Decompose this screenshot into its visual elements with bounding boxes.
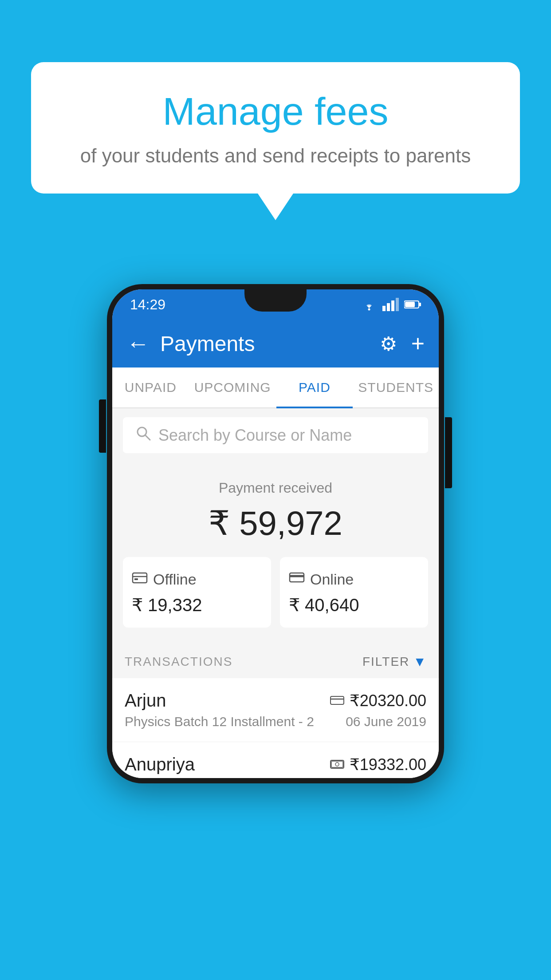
online-card-header: Online — [289, 569, 419, 589]
tab-upcoming[interactable]: UPCOMING — [189, 368, 276, 407]
transaction-course: Physics Batch 12 Installment - 2 — [125, 714, 314, 729]
transaction-top: Anupriya ₹19332.00 — [125, 755, 426, 775]
speech-bubble: Manage fees of your students and send re… — [31, 62, 520, 194]
online-payment-icon — [289, 569, 305, 589]
signal-icon — [382, 298, 399, 311]
offline-amount: ₹ 19,332 — [132, 595, 262, 615]
card-payment-icon — [330, 692, 344, 709]
tab-paid[interactable]: PAID — [276, 368, 353, 407]
status-bar: 14:29 — [112, 289, 439, 320]
offline-label: Offline — [153, 571, 197, 588]
status-icons — [361, 298, 421, 311]
filter-icon: ▼ — [413, 654, 426, 669]
svg-rect-8 — [134, 578, 138, 580]
battery-icon — [404, 300, 421, 309]
svg-point-0 — [368, 308, 370, 311]
svg-line-5 — [145, 435, 150, 440]
status-time: 14:29 — [130, 296, 165, 313]
phone-mockup: 14:29 — [107, 284, 444, 783]
transaction-row[interactable]: Arjun ₹20320.00 — [112, 678, 439, 742]
tab-unpaid[interactable]: UNPAID — [112, 368, 189, 407]
transaction-row[interactable]: Anupriya ₹19332.00 — [112, 742, 439, 778]
transaction-amount: ₹20320.00 — [350, 692, 426, 710]
wifi-icon — [361, 298, 377, 311]
transaction-name: Anupriya — [125, 755, 195, 775]
settings-icon[interactable]: ⚙ — [380, 332, 397, 355]
transaction-bottom: Physics Batch 12 Installment - 2 06 June… — [125, 714, 426, 729]
svg-rect-3 — [419, 303, 421, 306]
payment-cards: Offline ₹ 19,332 — [123, 557, 428, 628]
cash-payment-icon — [330, 756, 344, 773]
online-label: Online — [310, 571, 354, 588]
app-bar: ← Payments ⚙ + — [112, 320, 439, 368]
transaction-top: Arjun ₹20320.00 — [125, 691, 426, 711]
transaction-amount: ₹19332.00 — [350, 755, 426, 774]
offline-payment-card: Offline ₹ 19,332 — [123, 557, 271, 628]
search-icon — [135, 425, 151, 445]
hero-title: Manage fees — [67, 89, 484, 134]
phone-frame: 14:29 — [107, 284, 444, 783]
speech-bubble-arrow — [258, 194, 293, 220]
transactions-list: Arjun ₹20320.00 — [112, 678, 439, 778]
filter-label: FILTER — [362, 655, 409, 669]
search-bar[interactable]: Search by Course or Name — [123, 417, 428, 453]
back-button[interactable]: ← — [126, 330, 150, 357]
svg-rect-6 — [133, 573, 147, 583]
payment-summary: Payment received ₹ 59,972 — [112, 462, 439, 645]
svg-point-15 — [335, 763, 339, 766]
payment-total-amount: ₹ 59,972 — [123, 503, 428, 543]
page-title: Payments — [160, 332, 380, 356]
transaction-date: 06 June 2019 — [346, 714, 426, 729]
add-icon[interactable]: + — [411, 330, 425, 357]
hero-subtitle: of your students and send receipts to pa… — [67, 145, 484, 167]
filter-button[interactable]: FILTER ▼ — [362, 654, 426, 669]
hero-section: Manage fees of your students and send re… — [31, 62, 520, 220]
transaction-amount-container: ₹19332.00 — [330, 755, 426, 774]
transaction-amount-container: ₹20320.00 — [330, 692, 426, 710]
offline-payment-icon — [132, 569, 148, 589]
payment-received-label: Payment received — [123, 480, 428, 496]
tab-students[interactable]: STUDENTS — [353, 368, 439, 407]
tabs-bar: UNPAID UPCOMING PAID STUDENTS — [112, 368, 439, 408]
transactions-header: TRANSACTIONS FILTER ▼ — [112, 645, 439, 678]
transaction-name: Arjun — [125, 691, 166, 711]
svg-rect-2 — [405, 302, 415, 307]
online-payment-card: Online ₹ 40,640 — [280, 557, 428, 628]
svg-rect-11 — [331, 696, 344, 704]
notch — [244, 289, 307, 312]
svg-rect-9 — [290, 573, 304, 582]
offline-card-header: Offline — [132, 569, 262, 589]
transactions-label: TRANSACTIONS — [125, 655, 232, 669]
search-input[interactable]: Search by Course or Name — [158, 426, 352, 445]
phone-screen: 14:29 — [112, 289, 439, 778]
search-section: Search by Course or Name — [112, 408, 439, 462]
app-bar-actions: ⚙ + — [380, 330, 425, 357]
online-amount: ₹ 40,640 — [289, 595, 419, 615]
svg-rect-14 — [331, 761, 343, 767]
